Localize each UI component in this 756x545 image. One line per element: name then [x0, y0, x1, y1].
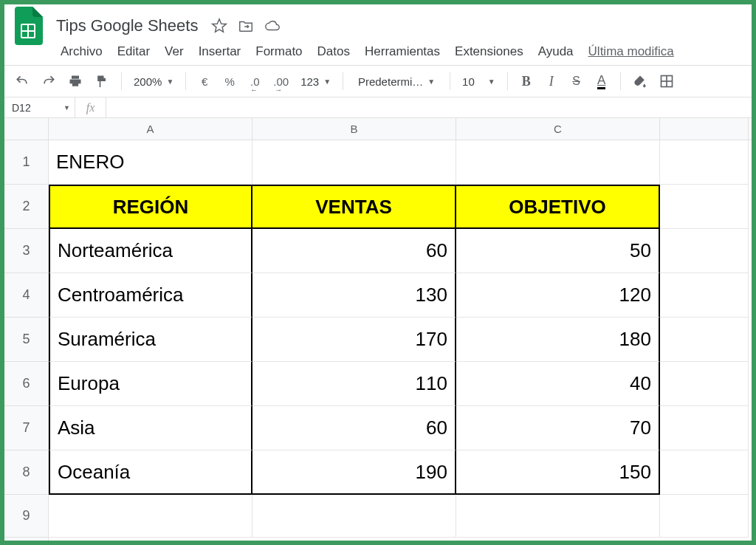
name-box[interactable]: D12▼: [4, 97, 75, 117]
cell-B2[interactable]: VENTAS: [252, 185, 456, 229]
cell-C5[interactable]: 180: [456, 318, 660, 362]
formula-bar: D12▼ fx: [4, 97, 752, 118]
cell-B7[interactable]: 60: [252, 406, 456, 450]
cell-B4[interactable]: 130: [252, 273, 456, 318]
cell-C3[interactable]: 50: [456, 229, 660, 273]
text-color-button[interactable]: A: [592, 71, 611, 92]
last-modified-link[interactable]: Última modifica: [588, 44, 674, 59]
cell-B3[interactable]: 60: [252, 229, 456, 273]
select-all-corner[interactable]: [4, 118, 49, 140]
toolbar: 200%▼ € % .0← .00→ 123▼ Predetermi…▼ 10▼…: [4, 65, 752, 97]
cell-D7[interactable]: [660, 406, 749, 450]
cell-D3[interactable]: [660, 229, 749, 273]
bold-button[interactable]: B: [517, 71, 536, 92]
cell-A5[interactable]: Suramérica: [49, 318, 252, 362]
row-header-4[interactable]: 4: [4, 273, 48, 318]
formula-input[interactable]: [106, 97, 752, 117]
document-title[interactable]: Tips Google Sheets: [53, 15, 201, 37]
menu-herramientas[interactable]: Herramientas: [359, 41, 446, 62]
column-header-A[interactable]: A: [49, 118, 252, 140]
fx-icon: fx: [75, 97, 106, 117]
cell-B6[interactable]: 110: [252, 362, 456, 406]
cell-D5[interactable]: [660, 318, 749, 362]
cell-D2[interactable]: [660, 185, 749, 229]
currency-button[interactable]: €: [195, 71, 214, 92]
cell-C1[interactable]: [456, 140, 660, 185]
cell-C7[interactable]: 70: [456, 406, 660, 450]
cell-D4[interactable]: [660, 273, 749, 318]
font-dropdown[interactable]: Predetermi…▼: [352, 71, 441, 92]
cell-C8[interactable]: 150: [456, 450, 660, 495]
row-header-1[interactable]: 1: [4, 140, 48, 185]
spreadsheet-grid[interactable]: ABC 123456789 ENEROREGIÓNVENTASOBJETIVON…: [4, 118, 752, 541]
percent-button[interactable]: %: [220, 71, 239, 92]
menu-archivo[interactable]: Archivo: [55, 41, 109, 62]
menu-extensiones[interactable]: Extensiones: [449, 41, 529, 62]
cell-C4[interactable]: 120: [456, 273, 660, 318]
column-header-C[interactable]: C: [456, 118, 660, 140]
cell-B1[interactable]: [252, 140, 456, 185]
menu-formato[interactable]: Formato: [250, 41, 308, 62]
italic-button[interactable]: I: [542, 71, 561, 92]
menu-bar: Archivo Editar Ver Insertar Formato Dato…: [4, 41, 752, 65]
cell-C6[interactable]: 40: [456, 362, 660, 406]
cell-D6[interactable]: [660, 362, 749, 406]
paint-format-button[interactable]: [92, 71, 112, 92]
row-header-3[interactable]: 3: [4, 229, 48, 273]
cell-D1[interactable]: [660, 140, 749, 185]
cloud-status-icon[interactable]: [264, 18, 281, 34]
move-icon[interactable]: [238, 18, 254, 34]
cell-A9[interactable]: [49, 495, 252, 538]
svg-marker-3: [213, 19, 226, 32]
cell-D8[interactable]: [660, 450, 749, 495]
cell-B9[interactable]: [252, 495, 456, 538]
menu-editar[interactable]: Editar: [111, 41, 156, 62]
row-header-8[interactable]: 8: [4, 450, 48, 495]
sheets-logo-icon[interactable]: [13, 7, 43, 45]
cell-A1[interactable]: ENERO: [49, 140, 252, 185]
menu-insertar[interactable]: Insertar: [193, 41, 247, 62]
zoom-dropdown[interactable]: 200%▼: [131, 71, 176, 92]
font-size-dropdown[interactable]: 10▼: [459, 71, 498, 92]
cell-C2[interactable]: OBJETIVO: [456, 185, 660, 229]
menu-datos[interactable]: Datos: [312, 41, 356, 62]
row-header-9[interactable]: 9: [4, 495, 48, 538]
menu-ayuda[interactable]: Ayuda: [532, 41, 580, 62]
strikethrough-button[interactable]: S: [567, 71, 586, 92]
menu-ver[interactable]: Ver: [159, 41, 190, 62]
cell-A4[interactable]: Centroamérica: [49, 273, 252, 318]
column-header-extra[interactable]: [660, 118, 749, 140]
cell-A6[interactable]: Europa: [49, 362, 252, 406]
fill-color-button[interactable]: [630, 71, 650, 92]
decrease-decimal-button[interactable]: .0←: [245, 71, 264, 92]
cell-A7[interactable]: Asia: [49, 406, 252, 450]
undo-button[interactable]: [12, 71, 32, 92]
row-header-7[interactable]: 7: [4, 406, 48, 450]
row-header-2[interactable]: 2: [4, 185, 48, 229]
print-button[interactable]: [65, 71, 86, 92]
format-123-dropdown[interactable]: 123▼: [298, 71, 334, 92]
increase-decimal-button[interactable]: .00→: [270, 71, 292, 92]
row-header-6[interactable]: 6: [4, 362, 48, 406]
redo-button[interactable]: [38, 71, 59, 92]
cell-D9[interactable]: [660, 495, 749, 538]
borders-button[interactable]: [656, 71, 677, 92]
cell-C9[interactable]: [456, 495, 660, 538]
cell-A2[interactable]: REGIÓN: [49, 185, 252, 229]
row-header-5[interactable]: 5: [4, 318, 48, 362]
cell-B8[interactable]: 190: [252, 450, 456, 495]
cell-A3[interactable]: Norteamérica: [49, 229, 252, 273]
column-header-B[interactable]: B: [252, 118, 456, 140]
cell-B5[interactable]: 170: [252, 318, 456, 362]
cell-A8[interactable]: Oceanía: [49, 450, 252, 495]
star-icon[interactable]: [211, 18, 227, 34]
